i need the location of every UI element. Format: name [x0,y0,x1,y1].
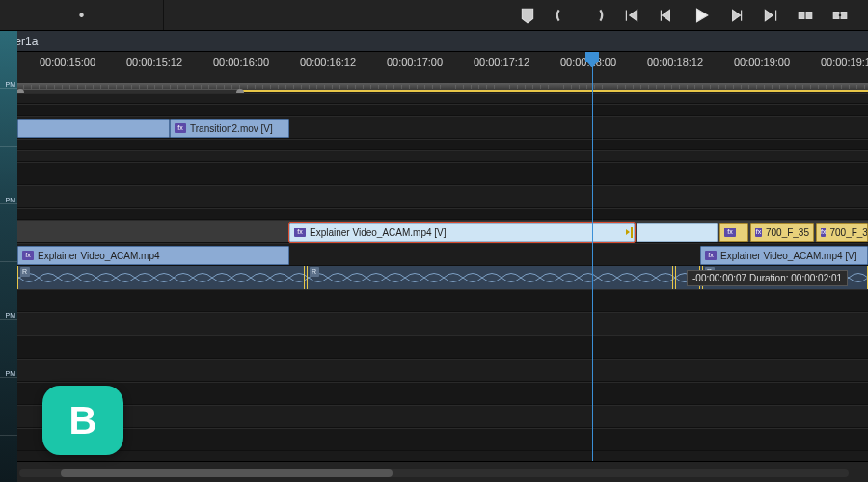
sequence-tab[interactable]: iner1a [0,31,868,52]
clip-gap-segment[interactable] [637,223,718,242]
clip-explainer-tail[interactable]: fx Explainer Video_ACAM.mp4 [V] [700,246,868,265]
gutter-slot: PM [0,262,17,320]
fx-badge-icon: fx [724,228,736,237]
ruler-tick: 00:00:18:12 [647,56,703,67]
fx-badge-icon: fx [821,228,826,237]
svg-rect-4 [631,227,633,238]
ruler-tick: 00:00:19:00 [734,56,790,67]
clip-label: 700_F_35 [829,228,868,238]
mark-out-icon[interactable] [588,7,606,24]
clip-700f-3[interactable]: fx700_F_35 [816,223,868,242]
step-forward-icon[interactable] [727,7,745,24]
step-back-icon[interactable] [658,7,675,24]
trim-tooltip: -00:00:00:07 Duration: 00:00:02:01 [687,270,848,286]
marker-add-icon[interactable] [519,7,536,24]
clip-label: Explainer Video_ACAM.mp4 [V] [720,251,857,261]
tooltip-text: -00:00:00:07 Duration: 00:00:02:01 [692,273,842,283]
ruler-tick: 00:00:16:00 [213,56,269,67]
ruler-tick: 00:00:17:12 [474,56,529,67]
clip-explainer-main[interactable]: fx Explainer Video_ACAM.mp4 [V] [289,223,635,242]
clip-label: Explainer Video_ACAM.mp4 [38,251,160,261]
audio-clip[interactable]: R [17,266,305,289]
clip-v3-lead[interactable] [17,119,170,138]
clip-700f-2[interactable]: fx700_F_35 [750,223,814,242]
playhead-line [592,52,593,461]
fx-badge-icon: fx [294,228,306,237]
go-to-in-icon[interactable] [623,7,640,24]
clip-label: Explainer Video_ACAM.mp4 [V] [310,228,447,238]
clip-explainer-lead[interactable]: fx Explainer Video_ACAM.mp4 [17,246,289,265]
gutter-slot [0,378,17,436]
top-toolbar: • [0,0,868,31]
keyboard-key-label: B [69,399,97,442]
extract-icon[interactable] [831,7,849,24]
svg-rect-3 [841,12,847,18]
playback-controls [519,7,868,24]
gutter-slot: PM [0,31,17,89]
ruler-tick: 00:00:17:00 [387,56,443,67]
mark-in-icon[interactable] [554,7,571,24]
play-icon[interactable] [692,7,710,24]
keyboard-key-badge: B [42,386,123,455]
clip-transition2[interactable]: fx Transition2.mov [V] [170,119,289,138]
horizontal-scrollbar[interactable] [19,469,849,477]
svg-rect-1 [806,12,812,18]
svg-rect-2 [833,12,839,18]
gutter-slot: PM [0,147,17,204]
video-track-v1[interactable]: fx Explainer Video_ACAM.mp4 [V] fx fx700… [0,220,868,243]
fx-badge-icon: fx [705,251,717,260]
audio-badge: R [310,267,319,277]
clip-label: 700_F_35 [766,228,809,238]
ruler-tick: 00:00:16:12 [300,56,356,67]
gutter-slot: PM [0,320,17,378]
ripple-trim-cursor-icon[interactable] [622,225,635,240]
lift-icon[interactable] [797,7,814,24]
ruler-tick: 00:00:19:12 [821,56,868,67]
clip-label: Transition2.mov [V] [190,123,273,134]
ruler-tick: 00:00:15:12 [126,56,182,67]
bottom-bar [0,461,868,482]
audio-badge: R [20,267,30,277]
gutter-slot [0,89,17,147]
ruler-tick: 00:00:15:00 [40,56,95,67]
toolbar-left-dot: • [79,7,85,24]
fx-badge-icon: fx [22,251,34,260]
toolbar-left-slot[interactable]: • [0,0,164,30]
video-track-v3[interactable]: fx Transition2.mov [V] [0,116,868,139]
audio-clip[interactable]: R [307,266,673,289]
left-thumbnail-gutter: PM PM PM PM [0,31,17,482]
gutter-slot [0,204,17,262]
time-ruler[interactable]: 00:00:15:0000:00:15:1200:00:16:0000:00:1… [0,52,868,91]
video-track-v0[interactable]: fx Explainer Video_ACAM.mp4 fx Explainer… [0,243,868,266]
svg-rect-0 [799,12,804,18]
fx-badge-icon: fx [175,123,186,133]
clip-700f-1[interactable]: fx [719,223,748,242]
scrollbar-thumb[interactable] [61,469,393,477]
go-to-out-icon[interactable] [762,7,779,24]
fx-badge-icon: fx [755,228,762,237]
